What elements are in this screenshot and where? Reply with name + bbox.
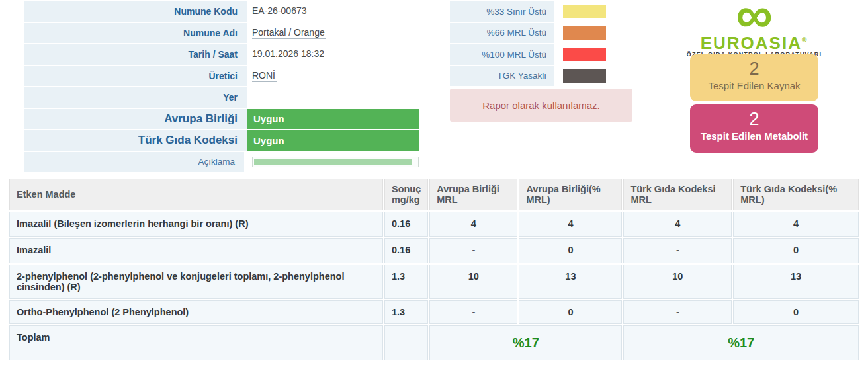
total-result-empty — [384, 325, 428, 360]
result-value: 0.16 — [384, 212, 428, 237]
brand-logo: ∞ EUROASIA® ÖZEL GIDA KONTROL LABORATUVA… — [683, 0, 825, 58]
table-row: 2-phenylphenol (2-phenylphenol ve konjug… — [9, 265, 859, 299]
detected-metabolite-label: Tespit Edilen Metabolit — [690, 130, 818, 142]
numune-adi-label: Numune Adı — [24, 23, 247, 44]
result-value: 0.16 — [384, 238, 428, 263]
form-row-aciklama: Açıklama — [24, 152, 419, 174]
tgk-total-percent: %17 — [623, 325, 859, 360]
detected-source-label: Tespit Edilen Kaynak — [690, 80, 818, 91]
detected-source-count: 2 — [690, 58, 818, 79]
avrupa-birligi-status-badge: Uygun — [247, 109, 419, 130]
legend-row-tgk: TGK Yasaklı — [450, 66, 632, 88]
legend-tgk-label: TGK Yasaklı — [450, 66, 554, 87]
numune-adi-value[interactable]: Portakal / Orange — [252, 27, 326, 39]
brand-name: EUROASIA — [701, 33, 802, 53]
header-tgk-pct: Türk Gıda Kodeksi(% MRL) — [733, 179, 859, 210]
legend-66-swatch-cell — [554, 23, 632, 44]
substance-name: Imazalil — [9, 238, 383, 263]
aciklama-label: Açıklama — [24, 152, 244, 173]
turk-gida-kodeksi-label: Türk Gıda Kodeksi — [24, 130, 247, 151]
detected-source-card: 2 Tespit Edilen Kaynak — [690, 54, 818, 101]
legend-row-66: %66 MRL Üstü — [450, 23, 632, 45]
eu-pct-value: 13 — [519, 265, 622, 299]
form-row-turk-gida-kodeksi: Türk Gıda Kodeksi Uygun — [24, 130, 419, 152]
legend-row-33: %33 Sınır Üstü — [450, 1, 632, 23]
form-row-avrupa-birligi: Avrupa Birliği Uygun — [24, 109, 419, 131]
orange-swatch — [563, 26, 606, 40]
eu-mrl-value: 10 — [429, 265, 517, 299]
numune-kodu-value[interactable]: EA-26-00673 — [252, 5, 308, 17]
eu-mrl-value: 4 — [429, 212, 517, 237]
uretici-field[interactable]: RONİ — [247, 66, 419, 87]
eu-pct-value: 4 — [519, 212, 622, 237]
table-row: Ortho-Phenylphenol (2 Phenylphenol) 1.3 … — [9, 300, 859, 324]
avrupa-birligi-label: Avrupa Birliği — [24, 109, 247, 130]
result-value: 1.3 — [384, 300, 428, 324]
tarih-saat-label: Tarih / Saat — [24, 44, 247, 65]
tgk-mrl-value: - — [623, 300, 732, 324]
yer-field[interactable] — [247, 87, 419, 108]
yellow-swatch — [563, 5, 606, 18]
total-row: Toplam %17 %17 — [9, 325, 859, 360]
tgk-pct-value: 0 — [733, 300, 859, 324]
eu-mrl-value: - — [429, 238, 517, 263]
form-row-tarih-saat: Tarih / Saat 19.01.2026 18:32 — [24, 44, 419, 66]
header-tgk-mrl: Türk Gıda Kodeksi MRL — [623, 179, 732, 210]
detected-metabolite-count: 2 — [690, 108, 818, 130]
eu-pct-value: 0 — [519, 238, 622, 263]
legend-100-swatch-cell — [554, 44, 632, 65]
tgk-pct-value: 13 — [733, 265, 859, 299]
uretici-value[interactable]: RONİ — [252, 70, 277, 82]
eu-pct-value: 0 — [519, 300, 622, 324]
results-table: Etken Madde Sonuç mg/kg Avrupa Birliği M… — [8, 177, 860, 362]
aciklama-progress-bar — [254, 159, 412, 165]
yer-label: Yer — [24, 87, 247, 108]
table-row: Imazalil (Bileşen izomerlerin herhangi b… — [9, 212, 859, 237]
substance-name: Imazalil (Bileşen izomerlerin herhangi b… — [9, 212, 383, 237]
substance-name: 2-phenylphenol (2-phenylphenol ve konjug… — [9, 265, 383, 299]
tgk-pct-value: 4 — [733, 212, 859, 237]
detected-metabolite-card: 2 Tespit Edilen Metabolit — [690, 104, 818, 153]
header-eu-mrl: Avrupa Birliği MRL — [429, 179, 517, 210]
tarih-saat-field[interactable]: 19.01.2026 18:32 — [247, 44, 419, 65]
brand-wordmark: EUROASIA® — [683, 33, 825, 50]
tgk-mrl-value: 4 — [623, 212, 732, 237]
eu-mrl-value: - — [429, 300, 517, 324]
uretici-label: Üretici — [24, 66, 247, 87]
numune-adi-field[interactable]: Portakal / Orange — [247, 23, 419, 44]
substance-name: Ortho-Phenylphenol (2 Phenylphenol) — [9, 300, 383, 324]
legend-33-swatch-cell — [554, 1, 632, 22]
legend-row-100: %100 MRL Üstü — [450, 44, 632, 66]
not-a-report-alert: Rapor olarak kullanılamaz. — [450, 89, 632, 122]
tgk-pct-value: 0 — [733, 238, 859, 263]
sample-info-form: Numune Kodu EA-26-00673 Numune Adı Porta… — [24, 1, 419, 173]
legend-66-label: %66 MRL Üstü — [450, 23, 554, 44]
eu-total-percent: %17 — [429, 325, 622, 360]
tgk-mrl-value: 10 — [623, 265, 732, 299]
numune-kodu-label: Numune Kodu — [24, 1, 247, 22]
tgk-mrl-value: - — [623, 238, 732, 263]
dark-swatch — [563, 69, 606, 83]
red-swatch — [563, 48, 606, 61]
registered-mark: ® — [802, 36, 808, 44]
legend-tgk-swatch-cell — [554, 66, 632, 87]
legend-33-label: %33 Sınır Üstü — [450, 1, 554, 22]
tarih-saat-value[interactable]: 19.01.2026 18:32 — [252, 48, 326, 60]
total-label: Toplam — [9, 325, 383, 360]
table-row: Imazalil 0.16 - 0 - 0 — [9, 238, 859, 263]
form-row-uretici: Üretici RONİ — [24, 66, 419, 88]
header-etken-madde: Etken Madde — [9, 179, 383, 210]
aciklama-progress-track — [252, 157, 419, 167]
infinity-icon: ∞ — [683, 0, 825, 33]
header-eu-pct: Avrupa Birliği(% MRL) — [519, 179, 622, 210]
aciklama-field — [244, 152, 419, 173]
legend-100-label: %100 MRL Üstü — [450, 44, 554, 65]
results-header-row: Etken Madde Sonuç mg/kg Avrupa Birliği M… — [9, 179, 859, 210]
lab-report-page: Numune Kodu EA-26-00673 Numune Adı Porta… — [0, 0, 868, 373]
form-row-numune-adi: Numune Adı Portakal / Orange — [24, 23, 419, 45]
result-value: 1.3 — [384, 265, 428, 299]
header-sonuc: Sonuç mg/kg — [384, 179, 428, 210]
numune-kodu-field[interactable]: EA-26-00673 — [247, 1, 419, 22]
turk-gida-kodeksi-status-badge: Uygun — [247, 130, 419, 151]
form-row-numune-kodu: Numune Kodu EA-26-00673 — [24, 1, 419, 23]
